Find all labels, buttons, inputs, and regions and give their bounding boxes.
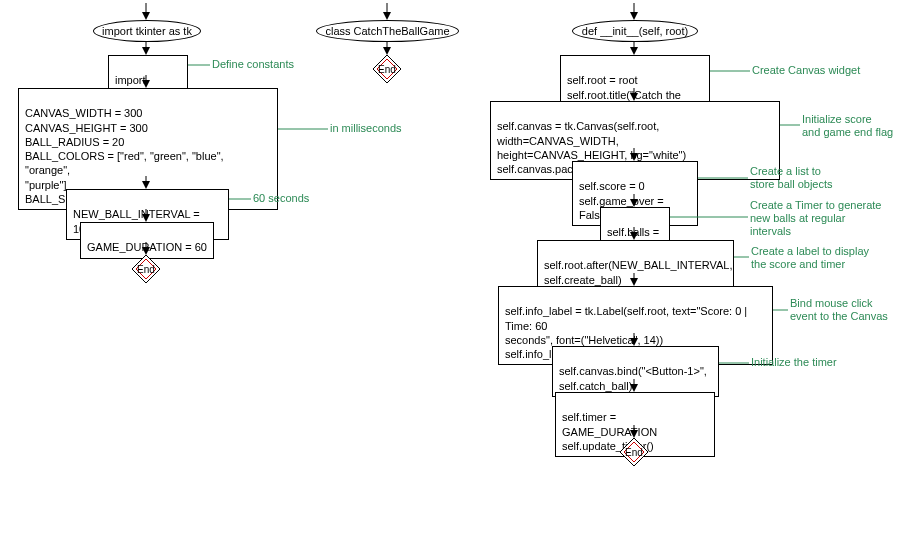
svg-marker-20 [383, 47, 391, 55]
col1-a3: 60 seconds [253, 192, 309, 205]
col1-start-text: import tkinter as tk [102, 25, 192, 37]
col3-n7-text: self.canvas.bind("<Button-1>", self.catc… [559, 365, 707, 391]
col3-a6: Bind mouse click event to the Canvas [790, 297, 888, 323]
col3-start-text: def __init__(self, root) [582, 25, 688, 37]
col1-start: import tkinter as tk [93, 20, 201, 42]
col1-a2: in milliseconds [330, 122, 402, 135]
col2-end: End [373, 55, 401, 83]
col1-end-text: End [137, 264, 155, 275]
col1-a1: Define constants [212, 58, 294, 71]
svg-marker-18 [383, 12, 391, 20]
svg-marker-26 [630, 47, 638, 55]
col1-end: End [132, 255, 160, 283]
col3-end: End [620, 438, 648, 466]
col3-a7: Initialize the timer [751, 356, 837, 369]
col2-start-text: class CatchTheBallGame [325, 25, 449, 37]
col3-n5-text: self.root.after(NEW_BALL_INTERVAL, self.… [544, 259, 733, 285]
col3-n5: self.root.after(NEW_BALL_INTERVAL, self.… [537, 240, 734, 291]
col1-n4-text: GAME_DURATION = 60 [87, 241, 207, 253]
col3-start: def __init__(self, root) [572, 20, 698, 42]
col3-a3: Create a list to store ball objects [750, 165, 833, 191]
col3-a4: Create a Timer to generate new balls at … [750, 199, 881, 239]
svg-marker-24 [630, 12, 638, 20]
col3-end-text: End [625, 447, 643, 458]
svg-marker-3 [142, 47, 150, 55]
col1-n4: GAME_DURATION = 60 [80, 222, 214, 259]
svg-marker-1 [142, 12, 150, 20]
col2-end-text: End [378, 64, 396, 75]
col2-start: class CatchTheBallGame [316, 20, 459, 42]
col3-a1: Create Canvas widget [752, 64, 860, 77]
col3-a2: Initialize score and game end flag [802, 113, 893, 139]
col3-n7: self.canvas.bind("<Button-1>", self.catc… [552, 346, 719, 397]
col3-a5: Create a label to display the score and … [751, 245, 869, 271]
